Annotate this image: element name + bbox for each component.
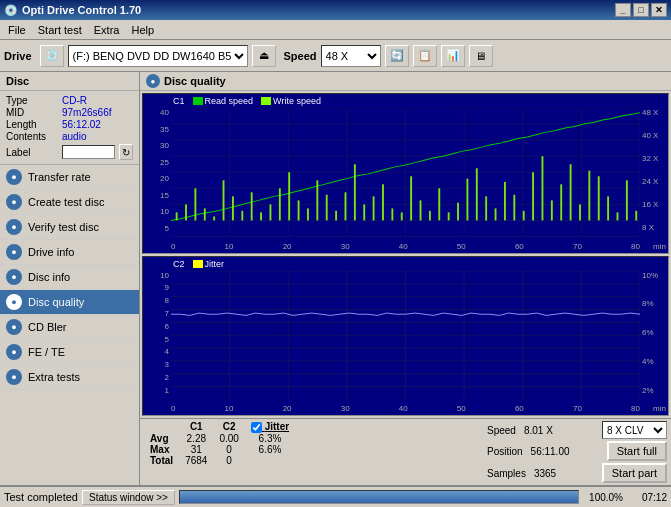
max-c2: 0 [213,444,244,455]
menu-start-test[interactable]: Start test [32,22,88,38]
progress-bar-fill [180,491,578,503]
close-button[interactable]: ✕ [651,3,667,17]
disc-quality-label: Disc quality [28,296,84,308]
svg-rect-23 [232,196,234,220]
sidebar-item-verify-test-disc[interactable]: ● Verify test disc [0,215,139,240]
menu-file[interactable]: File [2,22,32,38]
drive-icon-btn[interactable]: 💿 [40,45,64,67]
sidebar-item-cd-bler[interactable]: ● CD Bler [0,315,139,340]
svg-rect-46 [448,212,450,220]
graph-button[interactable]: 📊 [441,45,465,67]
chart1-y-labels-right: 48 X 40 X 32 X 24 X 16 X 8 X [640,108,668,233]
svg-rect-47 [457,203,459,221]
extra-tests-icon: ● [6,369,22,385]
jitter-color [193,260,203,268]
svg-rect-50 [485,196,487,220]
drive-select[interactable]: (F:) BENQ DVD DD DW1640 B5RB [68,45,248,67]
avg-jitter: 6.3% [245,433,295,444]
minimize-button[interactable]: _ [615,3,631,17]
sidebar-item-fe-te[interactable]: ● FE / TE [0,340,139,365]
stats-right: Speed 8.01 X 8 X CLV Max 4 X CLV 16 X CL… [487,421,667,483]
mid-key: MID [6,107,58,118]
sidebar-item-transfer-rate[interactable]: ● Transfer rate [0,165,139,190]
drive-info-label: Drive info [28,246,74,258]
start-part-button[interactable]: Start part [602,463,667,483]
svg-rect-66 [635,211,637,221]
svg-rect-65 [626,180,628,220]
svg-rect-24 [241,211,243,221]
speed-dropdown[interactable]: 8 X CLV Max 4 X CLV 16 X CLV [602,421,667,439]
svg-rect-37 [363,204,365,220]
svg-rect-55 [532,172,534,220]
svg-rect-20 [204,208,206,220]
maximize-button[interactable]: □ [633,3,649,17]
chart1-plot [171,108,640,237]
status-text: Test completed [4,491,78,503]
svg-rect-29 [288,172,290,220]
svg-rect-30 [298,200,300,220]
type-val: CD-R [62,95,87,106]
eject-button[interactable]: ⏏ [252,45,276,67]
legend-read-speed-label: Read speed [205,96,254,106]
speed-value: 8.01 X [524,425,553,436]
col-header-empty [144,421,179,433]
settings-button[interactable]: 🖥 [469,45,493,67]
stats-row-max: Max 31 0 6.6% [144,444,295,455]
start-full-button[interactable]: Start full [607,441,667,461]
speed-select[interactable]: 48 X Max 8 X 16 X 32 X [321,45,381,67]
svg-rect-61 [588,171,590,221]
cd-bler-label: CD Bler [28,321,67,333]
col-header-jitter: Jitter [245,421,295,433]
svg-rect-42 [410,176,412,220]
disc-info-label: Disc info [28,271,70,283]
copy-button[interactable]: 📋 [413,45,437,67]
menu-bar: File Start test Extra Help [0,20,671,40]
svg-rect-18 [185,204,187,220]
create-test-disc-label: Create test disc [28,196,104,208]
length-key: Length [6,119,58,130]
status-window-button[interactable]: Status window >> [82,490,175,505]
svg-rect-19 [194,188,196,220]
stats-row-avg: Avg 2.28 0.00 6.3% [144,433,295,444]
sidebar-item-drive-info[interactable]: ● Drive info [0,240,139,265]
stats-left: C1 C2 Jitter Avg 2.28 0.00 [144,421,479,483]
svg-rect-22 [223,180,225,220]
menu-extra[interactable]: Extra [88,22,126,38]
svg-rect-59 [570,164,572,220]
sidebar: Disc Type CD-R MID 97m26s66f Length 56:1… [0,72,140,485]
samples-value: 3365 [534,468,556,479]
svg-rect-57 [551,200,553,220]
svg-rect-63 [607,196,609,220]
svg-rect-35 [345,192,347,220]
extra-tests-label: Extra tests [28,371,80,383]
svg-rect-27 [269,204,271,220]
legend-write-speed: Write speed [261,96,321,106]
svg-rect-56 [542,156,544,220]
sidebar-item-disc-quality[interactable]: ● Disc quality [0,290,139,315]
max-c1: 31 [179,444,213,455]
window-controls: _ □ ✕ [615,3,667,17]
sidebar-item-disc-info[interactable]: ● Disc info [0,265,139,290]
title-bar: 💿 Opti Drive Control 1.70 _ □ ✕ [0,0,671,20]
fe-te-icon: ● [6,344,22,360]
drive-label: Drive [4,50,32,62]
chart2-x-min-label: min [653,404,666,413]
chart1-label: C1 [173,96,185,106]
speed-label: Speed [284,50,317,62]
jitter-checkbox[interactable] [251,422,262,433]
fe-te-label: FE / TE [28,346,65,358]
sidebar-item-extra-tests[interactable]: ● Extra tests [0,365,139,390]
menu-help[interactable]: Help [125,22,160,38]
sidebar-section-disc: Disc [0,72,139,91]
refresh-button[interactable]: 🔄 [385,45,409,67]
chart2-y-labels: 10 9 8 7 6 5 4 3 2 1 [143,271,171,396]
label-refresh-button[interactable]: ↻ [119,144,133,160]
label-input[interactable] [62,145,115,159]
svg-rect-45 [438,188,440,220]
sidebar-item-create-test-disc[interactable]: ● Create test disc [0,190,139,215]
position-label: Position [487,446,523,457]
content-area: ● Disc quality C1 Read speed Write speed [140,72,671,485]
max-label: Max [144,444,179,455]
chart2-legend: C2 Jitter [173,259,224,269]
total-c1: 7684 [179,455,213,466]
